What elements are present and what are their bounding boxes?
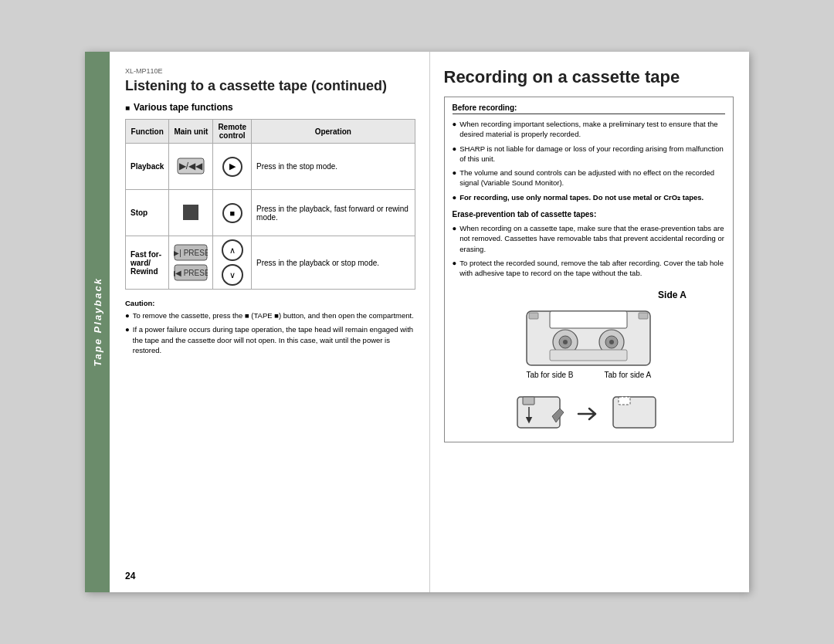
svg-rect-15 — [550, 350, 627, 361]
arrow-right-icon — [577, 402, 600, 425]
remote-ffwd: ∧ ∨ — [213, 236, 252, 290]
erase-item-1: ● When recording on a cassette tape, mak… — [453, 223, 726, 254]
left-column: XL-MP110E Listening to a cassette tape (… — [110, 52, 430, 592]
model-number: XL-MP110E — [125, 67, 415, 75]
col-main-unit: Main unit — [169, 120, 213, 144]
caution-text-2: If a power failure occurs during tape op… — [133, 324, 415, 355]
svg-rect-8 — [550, 311, 627, 328]
section-heading: Various tape functions — [125, 102, 415, 113]
caution-item-2: ● If a power failure occurs during tape … — [125, 324, 415, 355]
sidebar-tab: Tape Playback — [85, 52, 110, 592]
op-playback: Press in the stop mode. — [252, 144, 415, 190]
caution-text-1: To remove the cassette, press the ■ (TAP… — [133, 310, 414, 320]
cassette-svg — [523, 303, 654, 369]
left-heading: Listening to a cassette tape (continued) — [125, 78, 415, 94]
page-number: 24 — [125, 571, 135, 581]
col-remote: Remotecontrol — [213, 120, 252, 144]
columns: XL-MP110E Listening to a cassette tape (… — [110, 52, 749, 592]
removal-result-icon — [609, 393, 663, 436]
svg-point-14 — [609, 340, 614, 344]
col-function: Function — [126, 120, 169, 144]
before-rec-item-1: ● When recording important selections, m… — [453, 119, 726, 140]
before-rec-item-3: ● The volume and sound controls can be a… — [453, 168, 726, 188]
side-a-label: Side A — [658, 290, 687, 300]
svg-point-11 — [563, 340, 568, 344]
svg-text:▶/◀◀: ▶/◀◀ — [179, 161, 203, 171]
right-column: Recording on a cassette tape Before reco… — [430, 52, 750, 592]
main-unit-playback: ▶/◀◀ — [169, 144, 213, 190]
main-unit-stop — [169, 190, 213, 236]
table-row: Stop ■ Press in the playback, fast forwa… — [126, 190, 415, 236]
removal-icon — [514, 393, 568, 436]
right-heading: Recording on a cassette tape — [444, 67, 734, 87]
main-unit-ffwd: ▶▶| PRESET |◀◀ PRESET — [169, 236, 213, 290]
svg-text:|◀◀ PRESET: |◀◀ PRESET — [174, 269, 208, 277]
svg-rect-22 — [619, 397, 630, 405]
erase-item-2: ● To protect the recorded sound, remove … — [453, 258, 726, 279]
erase-title: Erase-prevention tab of cassette tapes: — [453, 210, 726, 219]
table-row: Playback ▶/◀◀ ▶ Press — [126, 144, 415, 190]
cassette-diagram: Side A — [453, 290, 726, 379]
svg-rect-2 — [183, 205, 198, 220]
tab-for-a: Tab for side A — [605, 371, 652, 379]
col-operation: Operation — [252, 120, 415, 144]
svg-rect-19 — [523, 397, 534, 405]
caution-section: Caution: ● To remove the cassette, press… — [125, 299, 415, 355]
tab-labels: Tab for side B Tab for side A — [526, 371, 651, 379]
bullet: ● — [125, 324, 130, 355]
remote-stop-btn: ■ — [222, 203, 242, 223]
sidebar-label: Tape Playback — [92, 277, 103, 367]
before-recording-title: Before recording: — [453, 103, 726, 114]
bullet: ● — [125, 310, 130, 320]
arrow-diagram — [453, 393, 726, 436]
svg-rect-16 — [529, 313, 538, 319]
function-playback: Playback — [126, 144, 169, 190]
function-ffwd: Fast for-ward/Rewind — [126, 236, 169, 290]
remote-playback: ▶ — [213, 144, 252, 190]
before-rec-item-4: ● For recording, use only normal tapes. … — [453, 192, 726, 202]
remote-stop: ■ — [213, 190, 252, 236]
caution-title: Caution: — [125, 299, 415, 307]
table-row: Fast for-ward/Rewind ▶▶| PRESET — [126, 236, 415, 290]
before-rec-item-2: ● SHARP is not liable for damage or loss… — [453, 144, 726, 164]
page: Tape Playback XL-MP110E Listening to a c… — [85, 52, 749, 592]
op-ffwd: Press in the playback or stop mode. — [252, 236, 415, 290]
remote-play-btn: ▶ — [222, 157, 242, 177]
op-stop: Press in the playback, fast forward or r… — [252, 190, 415, 236]
tab-for-b: Tab for side B — [526, 371, 573, 379]
svg-text:▶▶| PRESET: ▶▶| PRESET — [174, 249, 208, 257]
svg-rect-17 — [639, 313, 648, 319]
tape-functions-table: Function Main unit Remotecontrol Operati… — [125, 119, 415, 290]
main-content: XL-MP110E Listening to a cassette tape (… — [110, 52, 749, 592]
function-stop: Stop — [126, 190, 169, 236]
caution-item-1: ● To remove the cassette, press the ■ (T… — [125, 310, 415, 320]
